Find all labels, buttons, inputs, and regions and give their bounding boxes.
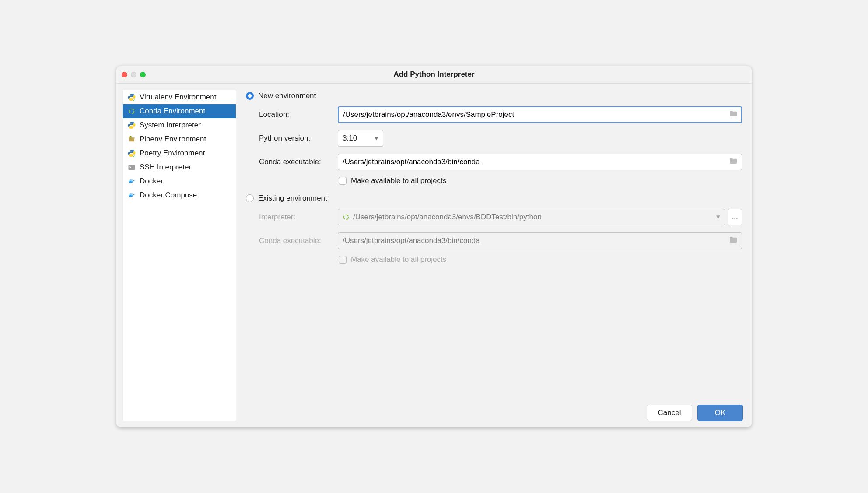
interpreter-type-sidebar: v Virtualenv Environment Conda Environme… bbox=[122, 90, 236, 421]
chevron-down-icon: ▾ bbox=[716, 212, 720, 222]
pipenv-icon bbox=[127, 135, 136, 144]
sidebar-item-label: Conda Environment bbox=[140, 107, 205, 116]
ssh-icon bbox=[127, 163, 136, 172]
conda-exec-input[interactable] bbox=[338, 154, 742, 170]
browse-conda-exec-button[interactable] bbox=[727, 155, 739, 168]
conda-exec-label: Conda executable: bbox=[259, 158, 338, 166]
conda-exec-input-existing bbox=[338, 232, 742, 249]
location-input[interactable] bbox=[338, 106, 742, 123]
sidebar-item-label: Virtualenv Environment bbox=[140, 93, 216, 102]
svg-point-4 bbox=[344, 215, 349, 219]
svg-point-1 bbox=[130, 109, 134, 113]
dialog-window: Add Python Interpreter v Virtualenv Envi… bbox=[116, 66, 752, 427]
python-version-select[interactable]: 3.10 ▾ bbox=[338, 130, 383, 147]
python-version-value: 3.10 bbox=[343, 134, 357, 143]
ok-button-label: OK bbox=[715, 408, 726, 417]
conda-spinner-icon bbox=[343, 214, 350, 221]
cancel-button[interactable]: Cancel bbox=[647, 405, 692, 421]
python-v-icon: v bbox=[127, 93, 136, 102]
conda-exec-label-existing: Conda executable: bbox=[259, 236, 338, 245]
zoom-window-button[interactable] bbox=[140, 72, 146, 77]
dialog-button-bar: Cancel OK bbox=[647, 405, 743, 421]
browse-interpreter-button: ... bbox=[728, 209, 742, 225]
sidebar-item-label: Poetry Environment bbox=[140, 149, 205, 158]
python-version-label: Python version: bbox=[259, 134, 338, 143]
make-available-label-existing: Make available to all projects bbox=[351, 255, 446, 264]
interpreter-label: Interpreter: bbox=[259, 213, 338, 222]
dialog-title: Add Python Interpreter bbox=[393, 70, 474, 79]
sidebar-item-label: Pipenv Environment bbox=[140, 135, 206, 144]
radio-existing-environment[interactable]: Existing environment bbox=[246, 194, 742, 203]
radio-label: Existing environment bbox=[258, 194, 327, 203]
python-icon bbox=[127, 121, 136, 130]
radio-new-environment[interactable]: New environment bbox=[246, 92, 742, 100]
sidebar-item-pipenv[interactable]: Pipenv Environment bbox=[123, 132, 236, 146]
make-available-checkbox[interactable] bbox=[339, 177, 346, 185]
sidebar-item-label: Docker Compose bbox=[140, 191, 197, 200]
sidebar-item-label: System Interpreter bbox=[140, 121, 201, 130]
location-label: Location: bbox=[259, 110, 338, 119]
svg-rect-3 bbox=[129, 165, 135, 170]
traffic-lights bbox=[122, 72, 146, 77]
python-v-icon: v bbox=[127, 149, 136, 158]
interpreter-value: /Users/jetbrains/opt/anaconda3/envs/BDDT… bbox=[353, 213, 542, 222]
radio-label: New environment bbox=[258, 92, 316, 100]
ok-button[interactable]: OK bbox=[697, 405, 743, 421]
sidebar-item-conda[interactable]: Conda Environment bbox=[123, 104, 236, 118]
sidebar-item-docker-compose[interactable]: Docker Compose bbox=[123, 188, 236, 202]
close-window-button[interactable] bbox=[122, 72, 127, 77]
cancel-button-label: Cancel bbox=[658, 408, 681, 417]
docker-icon bbox=[127, 177, 136, 186]
sidebar-item-ssh[interactable]: SSH Interpreter bbox=[123, 160, 236, 174]
interpreter-select: /Users/jetbrains/opt/anaconda3/envs/BDDT… bbox=[338, 209, 725, 225]
radio-button-icon bbox=[246, 92, 254, 100]
minimize-window-button[interactable] bbox=[131, 72, 136, 77]
radio-button-icon bbox=[246, 194, 254, 202]
titlebar: Add Python Interpreter bbox=[116, 66, 752, 84]
browse-location-button[interactable] bbox=[727, 108, 739, 121]
make-available-label: Make available to all projects bbox=[351, 176, 446, 185]
svg-text:v: v bbox=[133, 154, 135, 157]
main-panel: New environment Location: Python version… bbox=[236, 84, 752, 427]
make-available-checkbox-existing bbox=[339, 256, 346, 264]
sidebar-item-poetry[interactable]: v Poetry Environment bbox=[123, 146, 236, 160]
docker-compose-icon bbox=[127, 191, 136, 200]
svg-text:v: v bbox=[133, 98, 135, 101]
sidebar-item-label: Docker bbox=[140, 177, 163, 186]
sidebar-item-virtualenv[interactable]: v Virtualenv Environment bbox=[123, 90, 236, 104]
chevron-down-icon: ▾ bbox=[374, 134, 378, 143]
browse-conda-exec-existing-button bbox=[727, 234, 739, 247]
sidebar-item-system[interactable]: System Interpreter bbox=[123, 118, 236, 132]
conda-spinner-icon bbox=[127, 107, 136, 116]
sidebar-item-docker[interactable]: Docker bbox=[123, 174, 236, 188]
sidebar-item-label: SSH Interpreter bbox=[140, 163, 191, 172]
